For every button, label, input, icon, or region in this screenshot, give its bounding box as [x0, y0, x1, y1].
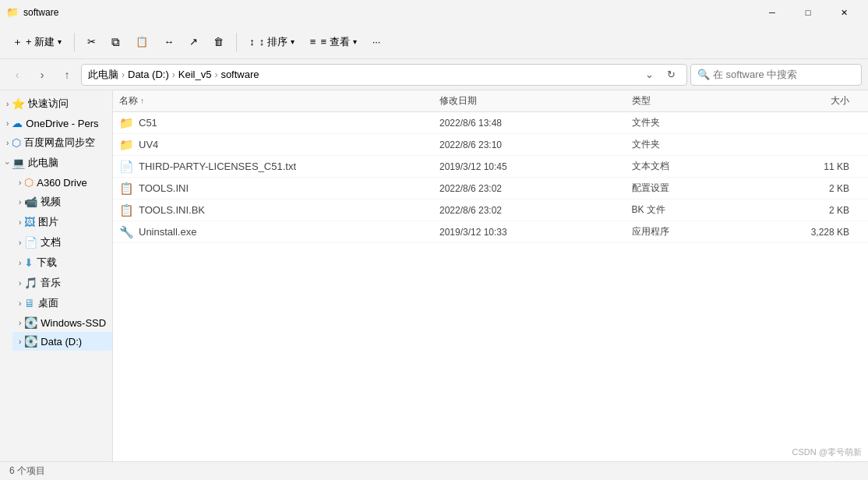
chevron-icon: ›	[19, 198, 21, 206]
file-date: 2022/8/6 23:02	[439, 183, 632, 194]
back-button[interactable]: ‹	[6, 64, 28, 86]
sidebar-label-music: 音乐	[41, 276, 61, 290]
sidebar-item-documents[interactable]: › 📄 文档	[12, 232, 112, 252]
move-icon: ↔	[164, 36, 174, 48]
file-size: 3,228 KB	[760, 227, 862, 238]
file-name: Uninstall.exe	[139, 226, 196, 238]
chevron-icon: ›	[19, 337, 21, 346]
file-type: 应用程序	[632, 225, 760, 238]
sidebar-item-pictures[interactable]: › 🖼 图片	[12, 212, 112, 232]
forward-button[interactable]: ›	[31, 64, 53, 86]
sidebar: › ⭐ 快速访问 › ☁ OneDrive - Pers › ⬡ 百度网盘同步空…	[0, 90, 113, 461]
searchbar[interactable]: 🔍	[690, 64, 862, 86]
titlebar-title: software	[23, 7, 754, 18]
file-date: 2019/3/12 10:45	[439, 161, 632, 172]
main-area: › ⭐ 快速访问 › ☁ OneDrive - Pers › ⬡ 百度网盘同步空…	[0, 90, 868, 461]
file-icon: 📋	[119, 182, 134, 196]
table-row[interactable]: 📋 TOOLS.INI.BK 2022/8/6 23:02 BK 文件 2 KB	[113, 199, 868, 221]
view-dropdown-icon: ▾	[353, 37, 357, 46]
sidebar-item-quickaccess[interactable]: › ⭐ 快速访问	[0, 94, 112, 114]
table-row[interactable]: 📁 UV4 2022/8/6 23:10 文件夹	[113, 134, 868, 156]
sidebar-label-downloads: 下载	[37, 256, 57, 270]
sidebar-item-datad[interactable]: › 💽 Data (D:)	[12, 332, 112, 351]
music-icon: 🎵	[24, 277, 37, 289]
search-icon: 🔍	[697, 69, 710, 80]
view-icon: ≡	[310, 36, 316, 48]
delete-button[interactable]: 🗑	[207, 33, 230, 51]
sort-label: ↕ 排序	[259, 35, 288, 49]
chevron-icon: ›	[6, 119, 9, 128]
paste-icon: 📋	[136, 36, 148, 48]
sort-dropdown-icon: ▾	[291, 37, 295, 46]
move-button[interactable]: ↔	[157, 33, 180, 51]
sidebar-item-downloads[interactable]: › ⬇ 下载	[12, 252, 112, 273]
dropdown-button[interactable]: ⌄	[640, 65, 658, 84]
more-button[interactable]: ···	[366, 33, 387, 51]
maximize-button[interactable]: □	[790, 0, 826, 25]
col-header-type[interactable]: 类型	[632, 94, 760, 108]
sidebar-item-windowsssd[interactable]: › 💽 Windows-SSD	[12, 313, 112, 332]
sort-arrow-icon: ↑	[140, 97, 144, 105]
cut-button[interactable]: ✂	[81, 33, 102, 51]
new-dropdown-icon: ▾	[58, 37, 62, 46]
sidebar-label-desktop: 桌面	[38, 296, 58, 310]
addressbar[interactable]: 此电脑 › Data (D:) › Keil_v5 › software ⌄ ↻	[81, 64, 687, 86]
breadcrumb-software[interactable]: software	[221, 69, 259, 80]
chevron-icon: ›	[3, 161, 12, 164]
col-header-name[interactable]: 名称 ↑	[119, 94, 439, 108]
paste-button[interactable]: 📋	[129, 33, 154, 51]
col-header-date[interactable]: 修改日期	[439, 94, 632, 108]
breadcrumb-thispc[interactable]: 此电脑	[88, 68, 118, 82]
new-button[interactable]: ＋ + 新建 ▾	[6, 32, 68, 52]
breadcrumb-keil[interactable]: Keil_v5	[178, 69, 212, 80]
more-icon: ···	[372, 36, 381, 48]
col-header-size[interactable]: 大小	[760, 94, 862, 108]
refresh-button[interactable]: ↻	[662, 65, 680, 84]
sidebar-item-desktop[interactable]: › 🖥 桌面	[12, 293, 112, 313]
file-name: C51	[139, 117, 157, 129]
share-icon: ↗	[189, 36, 198, 48]
sort-button[interactable]: ↕ ↕ 排序 ▾	[243, 32, 301, 52]
sidebar-label-datad: Data (D:)	[41, 336, 82, 348]
cut-icon: ✂	[87, 36, 96, 48]
sidebar-item-video[interactable]: › 📹 视频	[12, 192, 112, 212]
breadcrumb-datad[interactable]: Data (D:)	[128, 69, 169, 80]
file-type: 文本文档	[632, 160, 760, 173]
file-icon: 📋	[119, 203, 134, 217]
titlebar-icon: 📁	[6, 6, 19, 19]
file-size: 2 KB	[760, 183, 862, 194]
sidebar-item-a360[interactable]: › ⬡ A360 Drive	[12, 173, 112, 192]
file-date: 2022/8/6 23:02	[439, 205, 632, 216]
sidebar-item-onedrive[interactable]: › ☁ OneDrive - Pers	[0, 114, 112, 132]
up-button[interactable]: ↑	[56, 64, 78, 86]
new-label: + 新建	[26, 35, 55, 49]
table-row[interactable]: 📁 C51 2022/8/6 13:48 文件夹	[113, 112, 868, 134]
sidebar-item-thispc[interactable]: › 💻 此电脑	[0, 153, 112, 173]
sidebar-label-a360: A360 Drive	[37, 177, 86, 189]
chevron-icon: ›	[19, 319, 21, 327]
separator-1	[74, 33, 75, 51]
sidebar-item-baiduyun[interactable]: › ⬡ 百度网盘同步空	[0, 132, 112, 153]
table-row[interactable]: 📋 TOOLS.INI 2022/8/6 23:02 配置设置 2 KB	[113, 178, 868, 199]
file-icon: 📁	[119, 138, 134, 152]
table-row[interactable]: 📄 THIRD-PARTY-LICENSES_C51.txt 2019/3/12…	[113, 156, 868, 178]
file-size: 2 KB	[760, 205, 862, 216]
view-button[interactable]: ≡ ≡ 查看 ▾	[304, 32, 363, 52]
file-date: 2019/3/12 10:33	[439, 227, 632, 238]
delete-icon: 🗑	[213, 36, 224, 48]
table-row[interactable]: 🔧 Uninstall.exe 2019/3/12 10:33 应用程序 3,2…	[113, 221, 868, 243]
search-input[interactable]	[713, 69, 855, 80]
file-name: THIRD-PARTY-LICENSES_C51.txt	[139, 161, 296, 172]
sidebar-item-music[interactable]: › 🎵 音乐	[12, 273, 112, 293]
sidebar-label-quickaccess: 快速访问	[28, 97, 69, 111]
chevron-icon: ›	[19, 178, 21, 187]
file-name: TOOLS.INI	[139, 182, 189, 194]
share-button[interactable]: ↗	[183, 33, 204, 51]
baiduyun-icon: ⬡	[12, 136, 21, 149]
close-button[interactable]: ✕	[826, 0, 862, 25]
copy-button[interactable]: ⧉	[105, 32, 126, 52]
desktop-icon: 🖥	[24, 297, 35, 309]
watermark: CSDN @零号萌新	[792, 446, 862, 458]
quickaccess-icon: ⭐	[12, 97, 25, 110]
minimize-button[interactable]: ─	[754, 0, 790, 25]
